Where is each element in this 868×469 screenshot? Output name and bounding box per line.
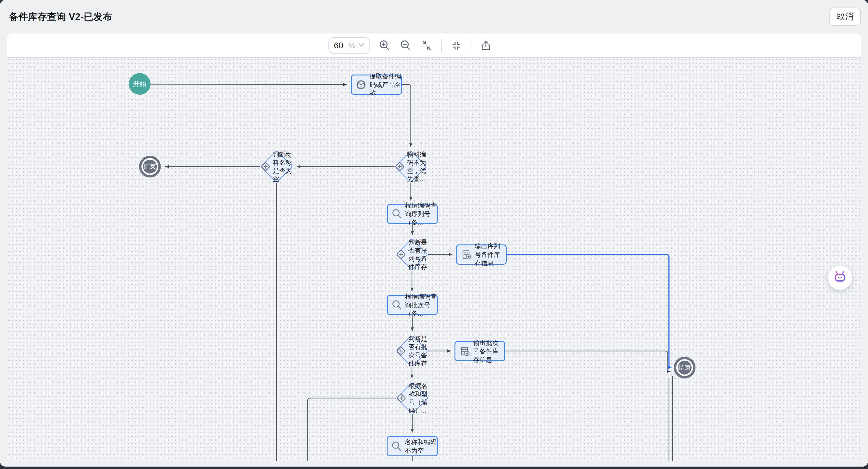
condition-icon bbox=[260, 162, 271, 172]
node-query-by-name-model[interactable]: 名称和编码不为空 bbox=[386, 436, 438, 456]
zoom-level-select[interactable]: 60 % bbox=[329, 37, 370, 54]
condition-icon bbox=[396, 393, 407, 403]
node-output-batch-stock[interactable]: 输出批次号备件库存信息 bbox=[455, 341, 505, 361]
node-label: 根据编码查询批次号（备... bbox=[405, 292, 437, 318]
end-node-label: 结束 bbox=[678, 363, 691, 372]
node-cond-name-code-not-empty[interactable]: 根据名称和型号（编码）... bbox=[396, 382, 429, 414]
toolbar-divider bbox=[471, 39, 471, 53]
chevron-down-icon bbox=[358, 43, 365, 48]
zoom-out-icon[interactable] bbox=[399, 39, 412, 52]
edge-start-extract bbox=[151, 84, 347, 85]
header: 备件库存查询 V2-已发布 取消 bbox=[0, 0, 868, 33]
start-node[interactable]: 开始 bbox=[129, 73, 151, 95]
flow-edges bbox=[7, 58, 861, 461]
search-icon bbox=[392, 300, 402, 311]
node-label: 输出序列号备件库存信息 bbox=[475, 242, 506, 267]
node-label: 输出批次号备件库存信息 bbox=[473, 339, 504, 364]
node-label: 提取备件编码或产品名称 bbox=[369, 72, 401, 97]
condition-icon bbox=[396, 249, 406, 260]
flow-canvas[interactable]: 开始 结束 结束 提取备件编码或产品名称 bbox=[7, 58, 861, 461]
end-node-left[interactable]: 结束 bbox=[139, 156, 161, 177]
zoom-in-icon[interactable] bbox=[378, 39, 391, 52]
output-icon bbox=[461, 249, 472, 260]
node-cond-material-name-empty[interactable]: 判断物料名称是否为空 bbox=[260, 150, 293, 183]
cancel-button[interactable]: 取消 bbox=[829, 7, 861, 26]
start-node-label: 开始 bbox=[133, 79, 146, 88]
toolbar-divider bbox=[441, 39, 442, 53]
output-icon bbox=[459, 346, 470, 357]
canvas-toolbar: 60 % bbox=[7, 33, 861, 58]
node-label: 判断物料名称是否为空 bbox=[273, 150, 293, 183]
node-label: 判断是否有序列号备件库存 bbox=[408, 238, 428, 271]
node-label: 根据名称和型号（编码）... bbox=[409, 382, 429, 414]
search-icon bbox=[391, 441, 402, 452]
condition-icon bbox=[396, 346, 406, 356]
node-label: 判断是否有批次号备件库存 bbox=[408, 335, 428, 367]
edge-cond5-left-down bbox=[308, 398, 396, 461]
zoom-unit: % bbox=[349, 41, 355, 50]
condition-icon bbox=[395, 162, 405, 172]
node-label: 根据编码查询序列号（备... bbox=[405, 201, 437, 227]
node-output-serial-stock[interactable]: 输出序列号备件库存信息 bbox=[456, 244, 507, 265]
node-extract-code-or-name[interactable]: 提取备件编码或产品名称 bbox=[351, 75, 402, 95]
export-icon[interactable] bbox=[479, 39, 493, 52]
search-icon bbox=[392, 209, 402, 219]
node-label: 物料编码不为空，优先查... bbox=[407, 150, 427, 183]
robot-icon bbox=[833, 270, 847, 285]
end-node-right[interactable]: 结束 bbox=[674, 357, 695, 378]
node-query-batch-by-code[interactable]: 根据编码查询批次号（备... bbox=[387, 295, 438, 315]
flow-editor-card: 60 % bbox=[7, 33, 861, 461]
assistant-button[interactable] bbox=[828, 266, 852, 290]
end-node-label: 结束 bbox=[144, 163, 156, 171]
ai-sphere-icon bbox=[355, 79, 367, 91]
edge-out-batch-end-right bbox=[505, 351, 671, 372]
page-title: 备件库存查询 V2-已发布 bbox=[9, 0, 112, 33]
edge-extract-cond1 bbox=[402, 85, 411, 147]
app-window: 备件库存查询 V2-已发布 取消 60 % bbox=[0, 0, 868, 467]
node-cond-material-code-not-empty[interactable]: 物料编码不为空，优先查... bbox=[395, 150, 427, 183]
node-query-serial-by-code[interactable]: 根据编码查询序列号（备... bbox=[387, 204, 438, 224]
exit-fullscreen-icon[interactable] bbox=[450, 39, 463, 52]
fit-view-icon[interactable] bbox=[420, 39, 433, 52]
zoom-value: 60 bbox=[334, 41, 343, 50]
node-cond-has-batch-stock[interactable]: 判断是否有批次号备件库存 bbox=[396, 335, 428, 367]
node-cond-has-serial-stock[interactable]: 判断是否有序列号备件库存 bbox=[396, 238, 428, 271]
node-label: 名称和编码不为空 bbox=[405, 438, 437, 455]
